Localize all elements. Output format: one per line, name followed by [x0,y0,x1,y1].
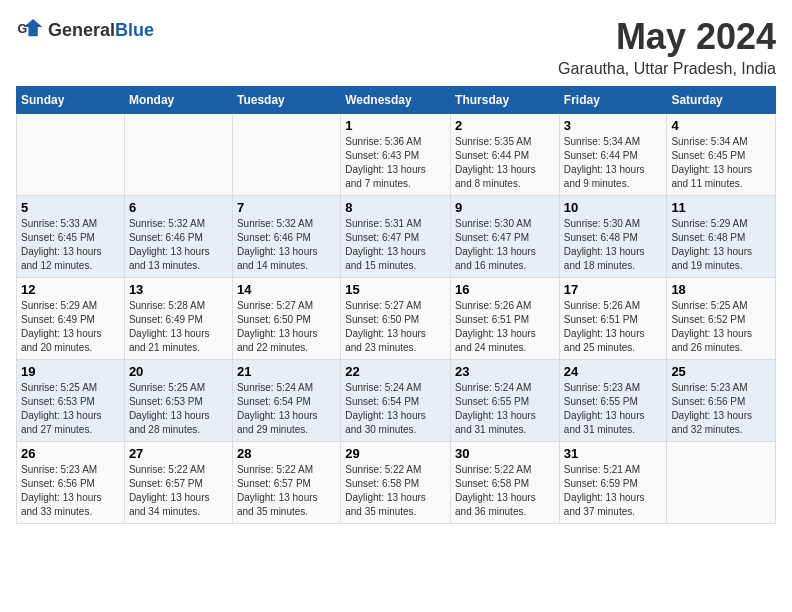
calendar-day-cell: 25Sunrise: 5:23 AM Sunset: 6:56 PM Dayli… [667,360,776,442]
day-info: Sunrise: 5:23 AM Sunset: 6:55 PM Dayligh… [564,381,663,437]
logo-icon: G [16,16,44,44]
day-info: Sunrise: 5:35 AM Sunset: 6:44 PM Dayligh… [455,135,555,191]
day-info: Sunrise: 5:24 AM Sunset: 6:55 PM Dayligh… [455,381,555,437]
header-row: SundayMondayTuesdayWednesdayThursdayFrid… [17,87,776,114]
day-info: Sunrise: 5:34 AM Sunset: 6:45 PM Dayligh… [671,135,771,191]
calendar-day-cell: 1Sunrise: 5:36 AM Sunset: 6:43 PM Daylig… [341,114,451,196]
calendar-day-cell [232,114,340,196]
day-number: 13 [129,282,228,297]
day-info: Sunrise: 5:22 AM Sunset: 6:58 PM Dayligh… [345,463,446,519]
day-number: 20 [129,364,228,379]
calendar-day-cell [17,114,125,196]
day-number: 7 [237,200,336,215]
day-number: 23 [455,364,555,379]
day-info: Sunrise: 5:30 AM Sunset: 6:47 PM Dayligh… [455,217,555,273]
day-number: 6 [129,200,228,215]
day-info: Sunrise: 5:32 AM Sunset: 6:46 PM Dayligh… [129,217,228,273]
day-number: 8 [345,200,446,215]
calendar-day-cell: 23Sunrise: 5:24 AM Sunset: 6:55 PM Dayli… [451,360,560,442]
calendar-day-cell: 26Sunrise: 5:23 AM Sunset: 6:56 PM Dayli… [17,442,125,524]
calendar-day-cell [667,442,776,524]
day-info: Sunrise: 5:23 AM Sunset: 6:56 PM Dayligh… [21,463,120,519]
day-info: Sunrise: 5:28 AM Sunset: 6:49 PM Dayligh… [129,299,228,355]
column-header-wednesday: Wednesday [341,87,451,114]
column-header-thursday: Thursday [451,87,560,114]
day-number: 22 [345,364,446,379]
calendar-week-row: 19Sunrise: 5:25 AM Sunset: 6:53 PM Dayli… [17,360,776,442]
day-info: Sunrise: 5:22 AM Sunset: 6:57 PM Dayligh… [129,463,228,519]
day-number: 26 [21,446,120,461]
logo-blue-text: Blue [115,20,154,40]
day-number: 17 [564,282,663,297]
day-info: Sunrise: 5:22 AM Sunset: 6:57 PM Dayligh… [237,463,336,519]
day-info: Sunrise: 5:34 AM Sunset: 6:44 PM Dayligh… [564,135,663,191]
calendar-day-cell [124,114,232,196]
main-title: May 2024 [558,16,776,58]
day-info: Sunrise: 5:25 AM Sunset: 6:53 PM Dayligh… [129,381,228,437]
calendar-day-cell: 16Sunrise: 5:26 AM Sunset: 6:51 PM Dayli… [451,278,560,360]
day-number: 24 [564,364,663,379]
column-header-monday: Monday [124,87,232,114]
day-info: Sunrise: 5:21 AM Sunset: 6:59 PM Dayligh… [564,463,663,519]
calendar-day-cell: 31Sunrise: 5:21 AM Sunset: 6:59 PM Dayli… [559,442,667,524]
day-info: Sunrise: 5:30 AM Sunset: 6:48 PM Dayligh… [564,217,663,273]
logo: G GeneralBlue [16,16,154,44]
logo-general-text: General [48,20,115,40]
calendar-day-cell: 15Sunrise: 5:27 AM Sunset: 6:50 PM Dayli… [341,278,451,360]
calendar-day-cell: 5Sunrise: 5:33 AM Sunset: 6:45 PM Daylig… [17,196,125,278]
day-number: 12 [21,282,120,297]
calendar-day-cell: 28Sunrise: 5:22 AM Sunset: 6:57 PM Dayli… [232,442,340,524]
calendar-week-row: 1Sunrise: 5:36 AM Sunset: 6:43 PM Daylig… [17,114,776,196]
day-info: Sunrise: 5:26 AM Sunset: 6:51 PM Dayligh… [564,299,663,355]
calendar-day-cell: 14Sunrise: 5:27 AM Sunset: 6:50 PM Dayli… [232,278,340,360]
day-info: Sunrise: 5:29 AM Sunset: 6:49 PM Dayligh… [21,299,120,355]
day-info: Sunrise: 5:27 AM Sunset: 6:50 PM Dayligh… [237,299,336,355]
day-number: 15 [345,282,446,297]
day-info: Sunrise: 5:25 AM Sunset: 6:52 PM Dayligh… [671,299,771,355]
calendar-day-cell: 10Sunrise: 5:30 AM Sunset: 6:48 PM Dayli… [559,196,667,278]
day-number: 31 [564,446,663,461]
day-number: 16 [455,282,555,297]
calendar-day-cell: 8Sunrise: 5:31 AM Sunset: 6:47 PM Daylig… [341,196,451,278]
calendar-day-cell: 17Sunrise: 5:26 AM Sunset: 6:51 PM Dayli… [559,278,667,360]
calendar-day-cell: 29Sunrise: 5:22 AM Sunset: 6:58 PM Dayli… [341,442,451,524]
calendar-day-cell: 18Sunrise: 5:25 AM Sunset: 6:52 PM Dayli… [667,278,776,360]
calendar-day-cell: 22Sunrise: 5:24 AM Sunset: 6:54 PM Dayli… [341,360,451,442]
day-number: 25 [671,364,771,379]
day-number: 18 [671,282,771,297]
calendar-day-cell: 9Sunrise: 5:30 AM Sunset: 6:47 PM Daylig… [451,196,560,278]
day-info: Sunrise: 5:33 AM Sunset: 6:45 PM Dayligh… [21,217,120,273]
calendar-week-row: 26Sunrise: 5:23 AM Sunset: 6:56 PM Dayli… [17,442,776,524]
day-info: Sunrise: 5:36 AM Sunset: 6:43 PM Dayligh… [345,135,446,191]
day-number: 11 [671,200,771,215]
calendar-day-cell: 4Sunrise: 5:34 AM Sunset: 6:45 PM Daylig… [667,114,776,196]
day-number: 27 [129,446,228,461]
day-number: 1 [345,118,446,133]
day-number: 5 [21,200,120,215]
day-info: Sunrise: 5:27 AM Sunset: 6:50 PM Dayligh… [345,299,446,355]
day-number: 14 [237,282,336,297]
calendar-day-cell: 12Sunrise: 5:29 AM Sunset: 6:49 PM Dayli… [17,278,125,360]
day-number: 30 [455,446,555,461]
day-number: 2 [455,118,555,133]
calendar-day-cell: 11Sunrise: 5:29 AM Sunset: 6:48 PM Dayli… [667,196,776,278]
subtitle: Garautha, Uttar Pradesh, India [558,60,776,78]
day-number: 10 [564,200,663,215]
day-number: 4 [671,118,771,133]
day-info: Sunrise: 5:22 AM Sunset: 6:58 PM Dayligh… [455,463,555,519]
calendar-day-cell: 3Sunrise: 5:34 AM Sunset: 6:44 PM Daylig… [559,114,667,196]
day-info: Sunrise: 5:32 AM Sunset: 6:46 PM Dayligh… [237,217,336,273]
calendar-table: SundayMondayTuesdayWednesdayThursdayFrid… [16,86,776,524]
day-number: 28 [237,446,336,461]
header: G GeneralBlue May 2024 Garautha, Uttar P… [16,16,776,78]
calendar-week-row: 12Sunrise: 5:29 AM Sunset: 6:49 PM Dayli… [17,278,776,360]
calendar-day-cell: 19Sunrise: 5:25 AM Sunset: 6:53 PM Dayli… [17,360,125,442]
day-info: Sunrise: 5:24 AM Sunset: 6:54 PM Dayligh… [237,381,336,437]
day-number: 3 [564,118,663,133]
calendar-day-cell: 2Sunrise: 5:35 AM Sunset: 6:44 PM Daylig… [451,114,560,196]
day-info: Sunrise: 5:23 AM Sunset: 6:56 PM Dayligh… [671,381,771,437]
day-info: Sunrise: 5:29 AM Sunset: 6:48 PM Dayligh… [671,217,771,273]
day-number: 19 [21,364,120,379]
day-info: Sunrise: 5:24 AM Sunset: 6:54 PM Dayligh… [345,381,446,437]
column-header-tuesday: Tuesday [232,87,340,114]
